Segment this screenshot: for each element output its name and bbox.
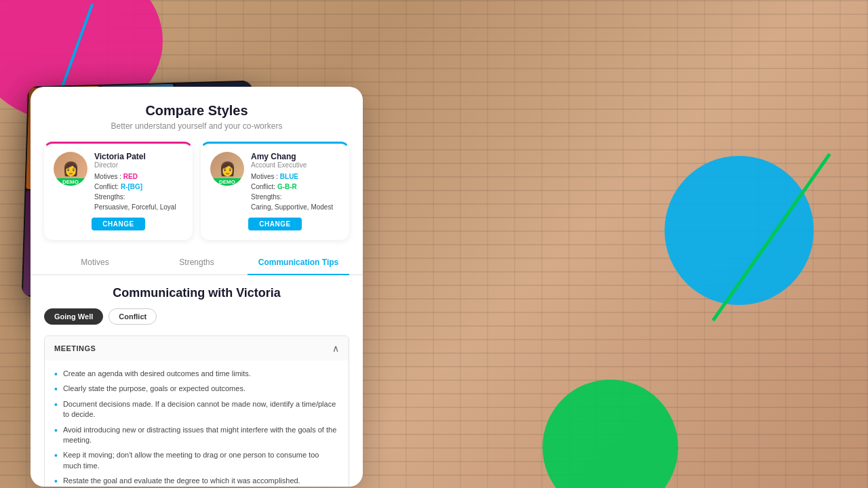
profile-card-amy: 👩 DEMO Amy Chang Account Executive Motiv… [201, 142, 349, 240]
demo-badge-amy: DEMO [210, 178, 244, 186]
profiles-row: 👩 DEMO Victoria Patel Director Motives :… [31, 142, 363, 251]
change-button-amy[interactable]: CHANGE [248, 218, 301, 230]
bullet-dot-4: • [54, 426, 58, 446]
victoria-motives-label: Motives : [94, 173, 123, 180]
toggle-conflict[interactable]: Conflict [108, 308, 157, 325]
bullet-dot-5: • [54, 451, 58, 471]
meeting-bullet-2: • Clearly state the purpose, goals or ex… [54, 384, 339, 394]
amy-conflict-value: G-B-R [277, 183, 297, 190]
tabs-row: Motives Strengths Communication Tips [31, 251, 363, 275]
meeting-bullet-text-5: Keep it moving; don't allow the meeting … [63, 450, 339, 471]
avatar-victoria: 👩 DEMO [54, 152, 87, 186]
card-header: Compare Styles Better understand yoursel… [31, 87, 363, 142]
profile-info-victoria: Victoria Patel Director Motives : RED Co… [94, 152, 183, 212]
tab-motives[interactable]: Motives [44, 251, 146, 275]
app-subtitle: Better understand yourself and your co-w… [44, 121, 349, 131]
accordion-meetings-body: • Create an agenda with desired outcomes… [45, 361, 349, 487]
meeting-bullet-text-6: Restate the goal and evaluate the degree… [63, 476, 300, 486]
amy-strengths-value: Caring, Supportive, Modest [251, 203, 333, 211]
tab-strengths[interactable]: Strengths [146, 251, 248, 275]
victoria-conflict-value: R-[BG] [121, 183, 142, 190]
avatar-amy: 👩 DEMO [210, 152, 244, 186]
meeting-bullet-text-1: Create an agenda with desired outcomes a… [63, 369, 251, 379]
meetings-toggle-icon: ∧ [332, 343, 339, 354]
amy-role: Account Executive [251, 161, 340, 169]
comm-title: Communicating with Victoria [44, 286, 349, 300]
bullet-dot-3: • [54, 400, 58, 420]
meeting-bullet-1: • Create an agenda with desired outcomes… [54, 369, 339, 379]
victoria-motives-value: RED [123, 173, 138, 180]
toggle-going-well[interactable]: Going Well [44, 308, 103, 325]
victoria-role: Director [94, 161, 183, 169]
toggle-row: Going Well Conflict [44, 308, 349, 325]
tab-communication-tips[interactable]: Communication Tips [248, 251, 349, 275]
meeting-bullet-5: • Keep it moving; don't allow the meetin… [54, 450, 339, 471]
amy-conflict-label: Conflict: [251, 183, 277, 190]
change-button-victoria[interactable]: CHANGE [92, 218, 144, 230]
amy-name: Amy Chang [251, 152, 340, 161]
communication-tips-section: Communicating with Victoria Going Well C… [31, 275, 363, 487]
bullet-dot-6: • [54, 476, 58, 486]
meeting-bullet-text-4: Avoid introducing new or distracting iss… [63, 425, 339, 446]
accordion-meetings-header[interactable]: MEETINGS ∧ [45, 336, 349, 361]
victoria-strengths-label: Strengths: [94, 193, 125, 201]
meetings-title: MEETINGS [54, 344, 96, 352]
profile-inner-amy: 👩 DEMO Amy Chang Account Executive Motiv… [210, 152, 340, 212]
demo-badge-victoria: DEMO [54, 178, 87, 186]
amy-motives-value: BLUE [280, 173, 298, 180]
bullet-dot-2: • [54, 384, 58, 394]
profile-info-amy: Amy Chang Account Executive Motives : BL… [251, 152, 340, 212]
meeting-bullet-text-2: Clearly state the purpose, goals or expe… [63, 384, 245, 394]
app-title: Compare Styles [44, 103, 349, 119]
meeting-bullet-text-3: Document decisions made. If a decision c… [63, 399, 339, 420]
meeting-bullet-4: • Avoid introducing new or distracting i… [54, 425, 339, 446]
amy-strengths-label: Strengths: [251, 193, 282, 201]
app-card: Compare Styles Better understand yoursel… [31, 87, 363, 487]
victoria-details: Motives : RED Conflict: R-[BG] Strengths… [94, 171, 183, 212]
victoria-conflict-label: Conflict: [94, 183, 121, 190]
profile-card-victoria: 👩 DEMO Victoria Patel Director Motives :… [44, 142, 193, 240]
victoria-name: Victoria Patel [94, 152, 183, 161]
amy-motives-label: Motives : [251, 173, 280, 180]
meeting-bullet-3: • Document decisions made. If a decision… [54, 399, 339, 420]
bullet-dot-1: • [54, 369, 58, 379]
accordion-meetings: MEETINGS ∧ • Create an agenda with desir… [44, 336, 349, 487]
amy-details: Motives : BLUE Conflict: G-B-R Strengths… [251, 171, 340, 212]
victoria-strengths-value: Persuasive, Forceful, Loyal [94, 203, 176, 211]
meeting-bullet-6: • Restate the goal and evaluate the degr… [54, 476, 339, 486]
profile-inner-victoria: 👩 DEMO Victoria Patel Director Motives :… [54, 152, 183, 212]
